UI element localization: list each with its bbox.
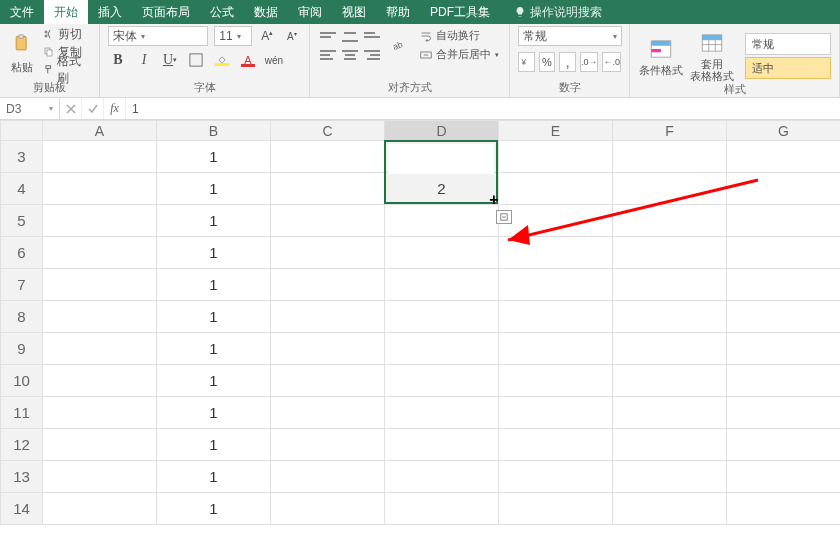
italic-button[interactable]: I (134, 50, 154, 70)
cell-B13[interactable]: 1 (157, 461, 271, 493)
cell-D9[interactable] (385, 333, 499, 365)
cell-A9[interactable] (43, 333, 157, 365)
orientation-button[interactable]: ab (388, 26, 408, 64)
cell-B11[interactable]: 1 (157, 397, 271, 429)
cell-D5[interactable] (385, 205, 499, 237)
number-format-dropdown[interactable]: 常规▾ (518, 26, 622, 46)
conditional-format-button[interactable]: 条件格式 (638, 32, 684, 76)
row-header-8[interactable]: 8 (1, 301, 43, 333)
row-header-5[interactable]: 5 (1, 205, 43, 237)
cell-E13[interactable] (499, 461, 613, 493)
select-all-corner[interactable] (1, 121, 43, 141)
cell-D7[interactable] (385, 269, 499, 301)
cell-D14[interactable] (385, 493, 499, 525)
align-left-button[interactable] (318, 46, 338, 64)
cell-D13[interactable] (385, 461, 499, 493)
cell-D8[interactable] (385, 301, 499, 333)
accounting-format-button[interactable]: ¥ (518, 52, 535, 72)
cell-A7[interactable] (43, 269, 157, 301)
cell-C7[interactable] (271, 269, 385, 301)
cell-E9[interactable] (499, 333, 613, 365)
cell-F4[interactable] (613, 173, 727, 205)
cell-F9[interactable] (613, 333, 727, 365)
cell-C13[interactable] (271, 461, 385, 493)
cell-G3[interactable] (727, 141, 841, 173)
cut-button[interactable]: 剪切 (43, 26, 91, 42)
cell-C9[interactable] (271, 333, 385, 365)
confirm-entry-button[interactable] (82, 98, 104, 119)
cell-D6[interactable] (385, 237, 499, 269)
row-header-12[interactable]: 12 (1, 429, 43, 461)
cell-F11[interactable] (613, 397, 727, 429)
cell-E11[interactable] (499, 397, 613, 429)
cell-F8[interactable] (613, 301, 727, 333)
tab-review[interactable]: 审阅 (288, 0, 332, 24)
cell-G5[interactable] (727, 205, 841, 237)
cell-C6[interactable] (271, 237, 385, 269)
paste-button[interactable]: 粘贴 (8, 30, 37, 75)
font-color-button[interactable]: A (238, 50, 258, 70)
cell-A14[interactable] (43, 493, 157, 525)
cell-F3[interactable] (613, 141, 727, 173)
cell-F10[interactable] (613, 365, 727, 397)
cell-F12[interactable] (613, 429, 727, 461)
cell-F7[interactable] (613, 269, 727, 301)
insert-function-button[interactable]: fx (104, 98, 126, 119)
cell-A4[interactable] (43, 173, 157, 205)
cell-E6[interactable] (499, 237, 613, 269)
bold-button[interactable]: B (108, 50, 128, 70)
cell-G11[interactable] (727, 397, 841, 429)
tab-pdf[interactable]: PDF工具集 (420, 0, 500, 24)
cell-style-normal[interactable]: 常规 (745, 33, 831, 55)
increase-decimal-button[interactable]: .0→ (580, 52, 599, 72)
col-header-B[interactable]: B (157, 121, 271, 141)
cell-D4[interactable]: 2 (385, 173, 499, 205)
align-top-button[interactable] (318, 26, 338, 44)
cell-B10[interactable]: 1 (157, 365, 271, 397)
format-as-table-button[interactable]: 套用 表格格式 (690, 26, 736, 82)
comma-button[interactable]: , (559, 52, 576, 72)
cell-G13[interactable] (727, 461, 841, 493)
row-header-9[interactable]: 9 (1, 333, 43, 365)
cell-C10[interactable] (271, 365, 385, 397)
tab-formulas[interactable]: 公式 (200, 0, 244, 24)
font-size-dropdown[interactable]: 11▾ (214, 26, 252, 46)
cell-B14[interactable]: 1 (157, 493, 271, 525)
row-header-4[interactable]: 4 (1, 173, 43, 205)
cell-B12[interactable]: 1 (157, 429, 271, 461)
row-header-3[interactable]: 3 (1, 141, 43, 173)
row-header-13[interactable]: 13 (1, 461, 43, 493)
col-header-F[interactable]: F (613, 121, 727, 141)
merge-center-button[interactable]: 合并后居中▾ (420, 47, 499, 62)
cell-B5[interactable]: 1 (157, 205, 271, 237)
cell-B8[interactable]: 1 (157, 301, 271, 333)
decrease-font-button[interactable]: A▾ (282, 26, 301, 46)
align-right-button[interactable] (362, 46, 382, 64)
row-header-14[interactable]: 14 (1, 493, 43, 525)
tab-view[interactable]: 视图 (332, 0, 376, 24)
cell-B3[interactable]: 1 (157, 141, 271, 173)
cell-C4[interactable] (271, 173, 385, 205)
cell-G12[interactable] (727, 429, 841, 461)
cell-E14[interactable] (499, 493, 613, 525)
align-bottom-button[interactable] (362, 26, 382, 44)
cell-B7[interactable]: 1 (157, 269, 271, 301)
cell-A8[interactable] (43, 301, 157, 333)
cell-F13[interactable] (613, 461, 727, 493)
tab-home[interactable]: 开始 (44, 0, 88, 24)
percent-button[interactable]: % (539, 52, 556, 72)
cell-C5[interactable] (271, 205, 385, 237)
cell-G10[interactable] (727, 365, 841, 397)
tab-data[interactable]: 数据 (244, 0, 288, 24)
decrease-decimal-button[interactable]: ←.0 (602, 52, 621, 72)
tab-help[interactable]: 帮助 (376, 0, 420, 24)
formula-input[interactable]: 1 (126, 98, 840, 119)
cell-D10[interactable] (385, 365, 499, 397)
format-painter-button[interactable]: 格式刷 (43, 62, 91, 78)
spreadsheet-grid[interactable]: A B C D E F G 31141251617181911011111211… (0, 120, 840, 541)
row-header-7[interactable]: 7 (1, 269, 43, 301)
cell-G8[interactable] (727, 301, 841, 333)
row-header-11[interactable]: 11 (1, 397, 43, 429)
cell-E10[interactable] (499, 365, 613, 397)
underline-button[interactable]: U▾ (160, 50, 180, 70)
